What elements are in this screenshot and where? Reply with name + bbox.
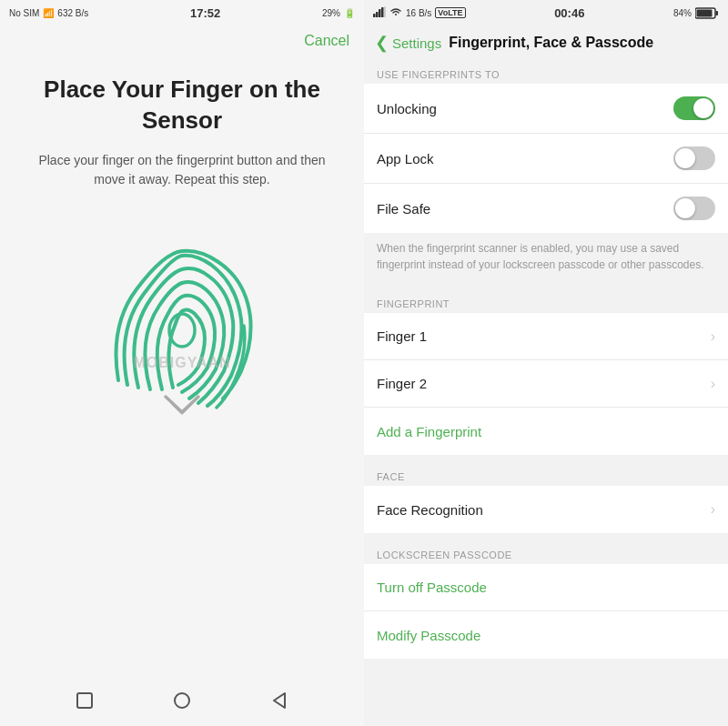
left-nav-bar	[0, 675, 364, 726]
svg-marker-3	[274, 693, 285, 708]
svg-rect-7	[381, 7, 384, 17]
volte-badge: VoLTE	[435, 7, 465, 18]
face-recognition-label: Face Recognition	[377, 502, 483, 518]
fingerprint-group: Finger 1 › Finger 2 › Add a Fingerprint	[364, 313, 728, 455]
svg-rect-8	[384, 6, 386, 17]
battery-percent: 29%	[322, 8, 340, 18]
wifi-icon: 📶	[43, 8, 54, 18]
left-time: 17:52	[190, 6, 220, 20]
turn-off-passcode-label: Turn off Passcode	[377, 580, 487, 595]
right-status-bar: 16 B/s VoLTE 00:46 84%	[364, 0, 728, 25]
svg-rect-11	[715, 11, 718, 15]
unlocking-row[interactable]: Unlocking	[364, 84, 728, 134]
left-content: Place Your Finger on the Sensor Place yo…	[0, 56, 364, 675]
right-signal-icon	[373, 6, 386, 19]
nav-back[interactable]	[267, 688, 292, 713]
page-title: Fingerprint, Face & Passcode	[449, 35, 653, 51]
applock-label: App Lock	[377, 151, 434, 166]
place-finger-title: Place Your Finger on the Sensor	[27, 75, 337, 136]
fingerprint-illustration	[91, 226, 273, 426]
speed-text: 632 B/s	[57, 8, 88, 18]
right-panel: 16 B/s VoLTE 00:46 84% ❮ Settings Finger…	[364, 0, 728, 726]
left-panel: No SIM 📶 632 B/s 17:52 29% 🔋 Cancel Plac…	[0, 0, 364, 726]
toggle-knob	[675, 198, 695, 218]
right-time: 00:46	[554, 6, 584, 20]
svg-rect-10	[696, 9, 712, 16]
face-section-header: FACE	[364, 462, 728, 486]
unlocking-toggle[interactable]	[673, 96, 715, 120]
finger2-chevron: ›	[711, 376, 715, 392]
svg-rect-4	[373, 14, 376, 17]
right-wifi-icon	[389, 6, 402, 19]
toggle-knob	[675, 148, 695, 168]
carrier-text: No SIM	[9, 8, 39, 18]
right-scroll-content: USE FINGERPRINTS TO Unlocking App Lock F…	[364, 60, 728, 726]
left-header: Cancel	[0, 25, 364, 56]
nav-circle[interactable]	[169, 688, 195, 713]
modify-passcode-row[interactable]: Modify Passcode	[364, 611, 728, 659]
settings-back-link[interactable]: Settings	[392, 35, 441, 51]
applock-toggle[interactable]	[673, 146, 715, 170]
back-arrow-icon[interactable]: ❮	[375, 33, 389, 53]
place-finger-subtitle: Place your finger on the fingerprint but…	[27, 151, 337, 189]
svg-rect-6	[379, 9, 381, 17]
svg-point-2	[175, 693, 189, 708]
toggle-knob	[693, 98, 713, 118]
cancel-button[interactable]: Cancel	[304, 33, 349, 49]
fingerprint-section-header: FINGERPRINT	[364, 289, 728, 313]
modify-passcode-label: Modify Passcode	[377, 628, 480, 643]
face-recognition-row[interactable]: Face Recognition ›	[364, 486, 728, 533]
left-status-left: No SIM 📶 632 B/s	[9, 8, 88, 18]
finger2-row[interactable]: Finger 2 ›	[364, 360, 728, 408]
right-speed-text: 16 B/s	[406, 8, 431, 18]
filesafe-label: File Safe	[377, 201, 430, 217]
face-recognition-chevron: ›	[711, 501, 715, 518]
unlocking-label: Unlocking	[377, 101, 437, 116]
fingerprint-info-text: When the fingerprint scanner is enabled,…	[364, 233, 728, 282]
lockscreen-group: Turn off Passcode Modify Passcode	[364, 564, 728, 659]
left-status-bar: No SIM 📶 632 B/s 17:52 29% 🔋	[0, 0, 364, 25]
filesafe-row[interactable]: File Safe	[364, 184, 728, 233]
finger1-label: Finger 1	[377, 328, 427, 344]
use-fingerprints-group: Unlocking App Lock File Safe	[364, 84, 728, 233]
finger1-row[interactable]: Finger 1 ›	[364, 313, 728, 360]
nav-square[interactable]	[72, 688, 97, 713]
use-fingerprints-header: USE FINGERPRINTS TO	[364, 60, 728, 84]
add-fingerprint-row[interactable]: Add a Fingerprint	[364, 408, 728, 455]
finger1-chevron: ›	[711, 328, 715, 345]
filesafe-toggle[interactable]	[673, 197, 715, 220]
svg-rect-1	[77, 693, 92, 708]
right-battery-area: 84%	[673, 7, 719, 19]
right-status-left: 16 B/s VoLTE	[373, 6, 466, 19]
add-fingerprint-label: Add a Fingerprint	[377, 424, 481, 439]
finger2-label: Finger 2	[377, 376, 427, 391]
right-battery-icon	[695, 7, 719, 19]
right-header: ❮ Settings Fingerprint, Face & Passcode	[364, 25, 728, 60]
face-group: Face Recognition ›	[364, 486, 728, 533]
left-battery: 29% 🔋	[322, 8, 355, 18]
lockscreen-section-header: LOCKSCREEN PASSCODE	[364, 540, 728, 564]
right-battery-percent: 84%	[673, 8, 692, 18]
turn-off-passcode-row[interactable]: Turn off Passcode	[364, 564, 728, 611]
battery-icon: 🔋	[344, 8, 355, 18]
svg-rect-5	[376, 12, 379, 17]
applock-row[interactable]: App Lock	[364, 134, 728, 184]
